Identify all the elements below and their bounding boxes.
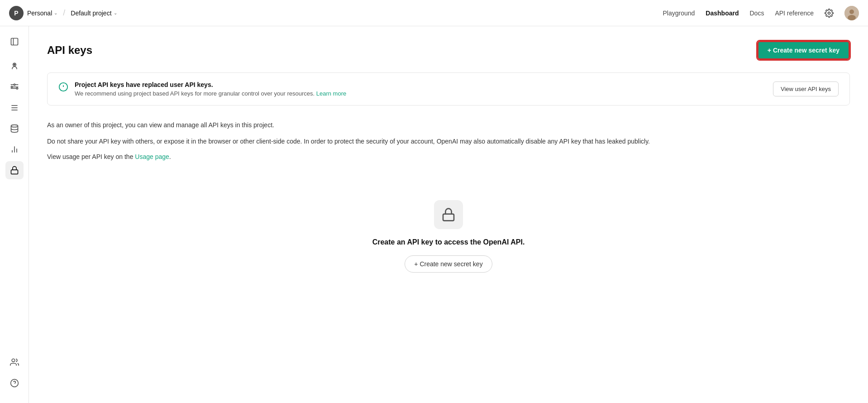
info-banner-text: Project API keys have replaced user API …: [75, 81, 346, 97]
usage-icon: [10, 145, 19, 154]
user-avatar[interactable]: [844, 6, 859, 20]
info-banner-left: Project API keys have replaced user API …: [58, 81, 346, 97]
svg-point-7: [14, 64, 15, 65]
svg-point-2: [849, 10, 854, 14]
empty-state: Create an API key to access the OpenAI A…: [47, 182, 850, 291]
content-area: API keys + Create new secret key Project…: [29, 26, 868, 403]
lock-icon: [441, 207, 456, 222]
assistants-icon: [10, 62, 19, 71]
page-title: API keys: [47, 44, 92, 57]
create-new-secret-key-button-primary[interactable]: + Create new secret key: [757, 41, 850, 60]
sidebar-bottom: [5, 353, 24, 396]
sidebar-item-assistants[interactable]: [5, 57, 24, 75]
empty-state-text: Create an API key to access the OpenAI A…: [372, 238, 525, 246]
sidebar-item-usage[interactable]: [5, 140, 24, 158]
sidebar: [0, 26, 29, 403]
org-chevron-icon: ⌄: [54, 10, 57, 15]
batch-icon: [10, 103, 19, 112]
usage-text: View usage per API key on the Usage page…: [47, 153, 850, 160]
nav-docs[interactable]: Docs: [749, 10, 764, 17]
svg-point-8: [11, 86, 12, 87]
project-chevron-icon: ⌄: [114, 10, 117, 15]
sidebar-item-batch[interactable]: [5, 99, 24, 117]
api-keys-icon: [10, 166, 19, 175]
svg-point-10: [16, 88, 18, 89]
sidebar-item-api-keys[interactable]: [5, 161, 24, 179]
svg-rect-24: [11, 170, 18, 174]
svg-point-3: [848, 15, 856, 20]
user-avatar-image: [844, 6, 859, 20]
svg-point-25: [12, 359, 15, 362]
svg-rect-4: [11, 38, 18, 45]
gear-icon: [825, 9, 834, 18]
help-icon: [10, 379, 19, 388]
project-selector[interactable]: Default project ⌄: [71, 10, 117, 17]
svg-rect-31: [443, 214, 454, 221]
org-avatar[interactable]: P: [9, 6, 24, 20]
topbar-right: Playground Dashboard Docs API reference: [663, 6, 859, 20]
lock-icon-container: [434, 200, 463, 229]
sidebar-item-fine-tuning[interactable]: [5, 78, 24, 96]
learn-more-link[interactable]: Learn more: [316, 90, 346, 97]
svg-point-20: [11, 125, 18, 127]
info-banner: Project API keys have replaced user API …: [47, 72, 850, 106]
svg-point-0: [828, 12, 830, 14]
sidebar-icons: [5, 57, 24, 353]
sidebar-item-help[interactable]: [5, 374, 24, 392]
sidebar-item-storage[interactable]: [5, 120, 24, 138]
nav-playground[interactable]: Playground: [663, 10, 695, 17]
description-paragraph-1: As an owner of this project, you can vie…: [47, 120, 850, 130]
topbar: P Personal ⌄ / Default project ⌄ Playgro…: [0, 0, 868, 26]
usage-page-link[interactable]: Usage page: [135, 153, 169, 160]
settings-button[interactable]: [825, 9, 834, 18]
sidebar-item-members[interactable]: [5, 353, 24, 371]
breadcrumb-separator: /: [63, 8, 65, 18]
storage-icon: [10, 124, 19, 133]
main-layout: API keys + Create new secret key Project…: [0, 26, 868, 403]
page-header: API keys + Create new secret key: [47, 41, 850, 60]
nav-dashboard[interactable]: Dashboard: [706, 10, 739, 17]
fine-tuning-icon: [10, 82, 19, 91]
svg-point-9: [14, 84, 15, 85]
info-circle-icon: [58, 82, 68, 94]
description-paragraph-2: Do not share your API key with others, o…: [47, 136, 850, 146]
members-icon: [10, 358, 19, 367]
nav-api-reference[interactable]: API reference: [775, 10, 814, 17]
org-selector[interactable]: Personal ⌄: [27, 10, 57, 17]
sidebar-toggle-icon: [10, 37, 19, 46]
topbar-left: P Personal ⌄ / Default project ⌄: [9, 6, 117, 20]
view-user-api-keys-button[interactable]: View user API keys: [773, 82, 839, 96]
create-new-secret-key-button-secondary[interactable]: + Create new secret key: [405, 255, 492, 273]
sidebar-toggle-button[interactable]: [6, 34, 23, 50]
